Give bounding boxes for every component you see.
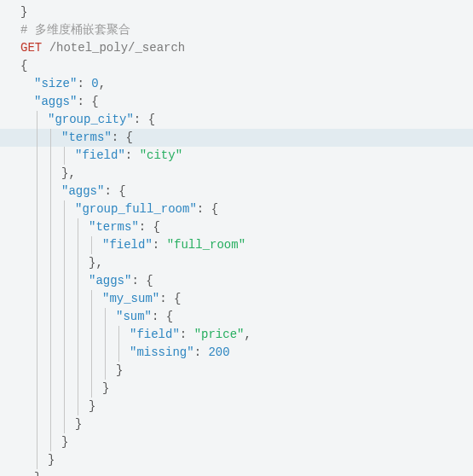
indent-guide (75, 290, 89, 308)
code-line[interactable]: { (0, 57, 473, 75)
code-line[interactable]: }, (0, 254, 473, 272)
indent-guide (34, 308, 48, 326)
code-line[interactable]: } (0, 433, 473, 451)
indent-guide (34, 326, 48, 344)
line-content: "field": "full_room" (102, 236, 245, 254)
token-punc: { (20, 59, 27, 73)
code-line[interactable]: "field": "full_room" (0, 236, 473, 254)
indent-guide (20, 290, 34, 308)
indent-guide (20, 165, 34, 183)
indent-guide (20, 254, 34, 272)
indent-guide (34, 200, 48, 218)
indent-guide (75, 254, 89, 272)
indent-guide (75, 344, 89, 362)
code-line[interactable]: } (0, 398, 473, 415)
line-content: "size": 0, (34, 75, 106, 93)
code-line[interactable]: "group_city": { (0, 111, 473, 129)
indent-guide (20, 433, 34, 451)
indent-guide (34, 344, 48, 362)
code-line[interactable]: "aggs": { (0, 183, 473, 200)
indent-guide (48, 398, 61, 415)
code-line[interactable]: "group_full_room": { (0, 200, 473, 218)
token-punc: : { (77, 95, 98, 108)
code-line[interactable]: "my_sum": { (0, 290, 473, 308)
code-line[interactable]: "aggs": { (0, 93, 473, 111)
indent-guide (89, 308, 102, 326)
indent-guide (34, 183, 48, 200)
indent-guide (116, 326, 130, 344)
line-content: } (116, 362, 123, 380)
indent-guide (89, 236, 102, 254)
code-line[interactable]: }, (0, 165, 473, 183)
indent-guide (61, 147, 75, 165)
indent-guide (34, 111, 48, 129)
indent-guide (75, 398, 89, 415)
token-string: "city" (140, 148, 182, 162)
indent-guide (116, 344, 130, 362)
line-content: "sum": { (116, 308, 173, 326)
token-key: "my_sum" (102, 292, 159, 305)
token-punc: : { (112, 131, 133, 144)
code-line[interactable]: "field": "price", (0, 326, 473, 344)
code-line[interactable]: } (0, 415, 473, 433)
code-line[interactable]: "missing": 200 (0, 344, 473, 362)
indent-guide (34, 218, 48, 236)
indent-guide (20, 344, 34, 362)
indent-guide (48, 415, 61, 433)
token-punc: : { (104, 184, 125, 198)
token-punc: : { (159, 292, 181, 305)
code-line[interactable]: "aggs": { (0, 272, 473, 290)
line-content: "aggs": { (61, 183, 126, 200)
token-key: "missing" (130, 345, 194, 359)
token-punc: } (61, 435, 68, 449)
indent-guide (20, 326, 34, 344)
token-punc: } (48, 453, 55, 467)
token-number: 200 (208, 345, 229, 359)
indent-guide (20, 380, 34, 398)
token-comment: # 多维度桶嵌套聚合 (20, 23, 130, 37)
indent-guide (75, 380, 89, 398)
token-key: "terms" (89, 220, 139, 234)
code-line[interactable]: } (0, 469, 473, 476)
code-line[interactable]: "terms": { (0, 129, 473, 147)
line-content: "group_city": { (48, 111, 155, 129)
token-punc: } (20, 5, 27, 19)
code-editor[interactable]: }# 多维度桶嵌套聚合GET /hotel_poly/_search{"size… (0, 3, 473, 476)
line-content: "field": "price", (130, 326, 251, 344)
indent-guide (75, 272, 89, 290)
code-line[interactable]: "size": 0, (0, 75, 473, 93)
indent-guide (20, 398, 34, 415)
indent-guide (20, 451, 34, 469)
token-punc: } (116, 363, 123, 377)
code-line[interactable]: } (0, 380, 473, 398)
indent-guide (61, 308, 75, 326)
code-line[interactable]: "sum": { (0, 308, 473, 326)
indent-guide (61, 254, 75, 272)
line-content: }, (89, 254, 103, 272)
code-line[interactable]: # 多维度桶嵌套聚合 (0, 21, 473, 39)
indent-guide (34, 451, 48, 469)
code-line[interactable]: } (0, 3, 473, 21)
token-key: "terms" (61, 131, 112, 144)
token-key: "size" (34, 77, 77, 90)
code-line[interactable]: "field": "city" (0, 147, 473, 165)
code-line[interactable]: GET /hotel_poly/_search (0, 39, 473, 57)
line-content: }, (61, 165, 76, 183)
code-line[interactable]: } (0, 362, 473, 380)
indent-guide (20, 308, 34, 326)
token-punc: : { (197, 202, 218, 216)
line-content: "terms": { (61, 129, 133, 147)
code-line[interactable]: "terms": { (0, 218, 473, 236)
indent-guide (20, 93, 34, 111)
line-content: } (61, 433, 68, 451)
token-punc: : { (134, 113, 155, 126)
indent-guide (34, 362, 48, 380)
token-key: "aggs" (89, 274, 131, 287)
code-line[interactable]: } (0, 451, 473, 469)
line-content: "my_sum": { (102, 290, 181, 308)
token-method: GET (20, 41, 42, 55)
indent-guide (34, 236, 48, 254)
indent-guide (20, 129, 34, 147)
indent-guide (61, 218, 75, 236)
indent-guide (34, 272, 48, 290)
